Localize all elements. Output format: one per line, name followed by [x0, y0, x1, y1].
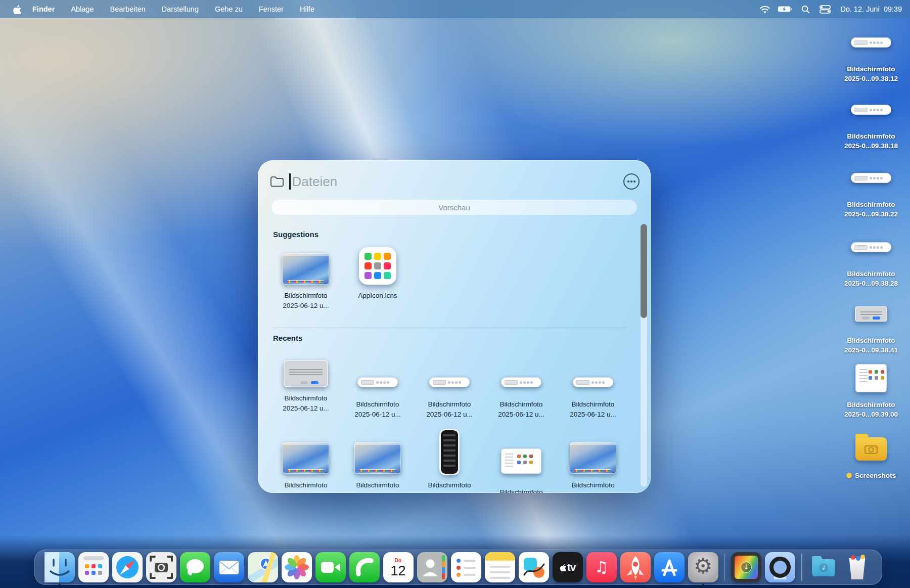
dock-finder[interactable]	[44, 552, 75, 582]
recent-item[interactable]: Bildschirmfoto2025-06-12 u...	[414, 355, 485, 419]
file-label: Bildschirmfoto2025-0...09.38.12	[844, 65, 898, 83]
reminders-list-icon	[451, 552, 481, 582]
search-input-placeholder[interactable]: Dateien	[292, 174, 338, 190]
recent-item[interactable]: Bildschirmfoto	[273, 430, 342, 493]
dock-reminders[interactable]	[451, 552, 481, 582]
menu-gehe-zu[interactable]: Gehe zu	[207, 5, 251, 13]
menu-bearbeiten[interactable]: Bearbeiten	[102, 5, 153, 13]
dock-maps[interactable]	[248, 552, 278, 582]
suggestions-grid: Bildschirmfoto2025-06-12 u... AppIcon.ic…	[273, 245, 631, 310]
dock-safari[interactable]	[112, 552, 143, 582]
menu-ablage[interactable]: Ablage	[63, 5, 102, 13]
dock-loupe[interactable]	[765, 552, 795, 582]
recent-item[interactable]: Bildschirmfoto2025-06-12 u...	[557, 355, 629, 419]
dock-app-store[interactable]	[654, 552, 685, 582]
dock-notes[interactable]	[485, 552, 515, 582]
file-thumbnail-desktop	[570, 442, 616, 474]
app-store-icon	[654, 552, 685, 582]
file-thumbnail-pill	[851, 242, 891, 252]
recent-item[interactable]: Bildschirmfoto2025-06-12 u...	[485, 355, 557, 419]
preview-button[interactable]: Vorschau	[271, 200, 637, 215]
file-thumbnail-dialog	[855, 306, 887, 322]
suggestion-item[interactable]: Bildschirmfoto2025-06-12 u...	[273, 245, 342, 310]
recents-grid-row1: Bildschirmfoto2025-06-12 u... Bildschirm…	[273, 355, 631, 419]
dock-rocket-app[interactable]	[620, 552, 651, 582]
spotlight-search-window: Dateien Vorschau Suggestions Bildschirmf…	[258, 160, 651, 493]
dock-apps[interactable]	[78, 552, 109, 582]
spotlight-search-bar[interactable]: Dateien	[269, 170, 640, 193]
apple-menu[interactable]	[8, 4, 25, 14]
dock-photos[interactable]	[282, 552, 312, 582]
desktop-folder-screenshots[interactable]: Screenshots	[828, 433, 910, 481]
dock-system-settings[interactable]	[688, 552, 718, 582]
menu-bar: Finder Ablage Bearbeiten Darstellung Geh…	[0, 0, 910, 18]
preview-button-label: Vorschau	[438, 203, 470, 212]
dock-trash[interactable]	[842, 552, 873, 582]
menu-hilfe[interactable]: Hilfe	[292, 5, 323, 13]
recent-item[interactable]: Bildschirmfoto	[485, 430, 557, 493]
file-label: Bildschirmfoto	[356, 480, 399, 490]
file-label: Bildschirmfoto2025-0...09.38.28	[844, 269, 898, 288]
dock-facetime[interactable]	[315, 552, 346, 582]
running-indicator	[702, 583, 704, 586]
dock-mail[interactable]	[214, 552, 244, 582]
recent-item[interactable]: Bildschirmfoto	[557, 430, 629, 493]
file-thumbnail-pill	[573, 377, 613, 387]
dock-contacts[interactable]	[417, 552, 447, 582]
active-app-name[interactable]: Finder	[25, 5, 63, 13]
gear-icon	[688, 552, 718, 582]
control-center-icon[interactable]	[818, 3, 833, 15]
desktop-file-2[interactable]: Bildschirmfoto2025-0...09.38.18	[828, 94, 910, 151]
dock-calendar[interactable]: Do 12	[383, 552, 414, 582]
calendar-icon: Do 12	[383, 552, 414, 582]
menu-bar-clock[interactable]: Do. 12. Juni 09:39	[840, 5, 902, 13]
search-icon[interactable]	[798, 3, 813, 15]
file-label: Bildschirmfoto2025-06-12 u...	[570, 399, 616, 419]
battery-icon[interactable]	[778, 3, 793, 15]
recent-item[interactable]: Bildschirmfoto2025-06-12 u...	[273, 355, 342, 419]
recent-item[interactable]: Bildschirmfoto	[414, 430, 485, 493]
file-label: Bildschirmfoto2025-06-12 u...	[283, 291, 329, 310]
dock-phone[interactable]	[349, 552, 380, 582]
desktop-file-1[interactable]: Bildschirmfoto2025-0...09.38.12	[828, 26, 910, 83]
lens-icon	[765, 552, 795, 582]
folder-icon	[855, 437, 887, 461]
file-thumbnail-window	[501, 448, 541, 474]
downloads-folder-icon	[808, 552, 839, 582]
dock-divider	[724, 554, 725, 581]
scrollbar-thumb[interactable]	[641, 224, 647, 318]
recent-item[interactable]: Bildschirmfoto2025-06-12 u...	[342, 355, 414, 419]
dock-apple-tv[interactable]: tv	[553, 552, 583, 582]
recent-item[interactable]: Bildschirmfoto	[342, 430, 414, 493]
dock-downloads-folder[interactable]	[808, 552, 839, 582]
suggestion-item[interactable]: AppIcon.icns	[342, 245, 414, 310]
menu-fenster[interactable]: Fenster	[251, 5, 292, 13]
apple-tv-icon: tv	[553, 552, 583, 582]
dock-messages[interactable]	[180, 552, 210, 582]
file-thumbnail-pill	[429, 377, 470, 387]
dock-media-downloader[interactable]	[731, 552, 761, 582]
desktop-wallpaper: Finder Ablage Bearbeiten Darstellung Geh…	[0, 0, 910, 588]
dock-screenshot[interactable]	[146, 552, 176, 582]
file-thumbnail-window	[855, 364, 887, 392]
menu-bar-left: Finder Ablage Bearbeiten Darstellung Geh…	[0, 4, 323, 14]
dock-divider	[801, 554, 802, 581]
notes-icon	[485, 552, 515, 582]
menu-darstellung[interactable]: Darstellung	[154, 5, 207, 13]
dock-music[interactable]	[586, 552, 617, 582]
dock-freeform[interactable]	[519, 552, 549, 582]
more-options-button[interactable]	[623, 173, 640, 190]
wifi-icon[interactable]	[757, 3, 772, 15]
file-thumbnail-phone	[441, 430, 458, 474]
desktop-file-6[interactable]: Bildschirmfoto2025-0...09.39.00	[828, 362, 910, 419]
desktop-file-3[interactable]: Bildschirmfoto2025-0...09.38.22	[828, 162, 910, 219]
desktop-file-5[interactable]: Bildschirmfoto2025-0...09.38.41	[828, 298, 910, 355]
desktop-file-4[interactable]: Bildschirmfoto2025-0...09.38.28	[828, 231, 910, 288]
freeform-canvas-icon	[519, 552, 549, 582]
file-thumbnail-pill	[851, 105, 891, 115]
running-indicator	[58, 583, 61, 586]
recents-grid-row2: Bildschirmfoto Bildschirmfoto Bildschirm…	[273, 430, 631, 493]
contacts-person-icon	[417, 552, 447, 582]
mail-envelope-icon	[214, 552, 244, 582]
file-thumbnail-pill	[501, 377, 541, 387]
